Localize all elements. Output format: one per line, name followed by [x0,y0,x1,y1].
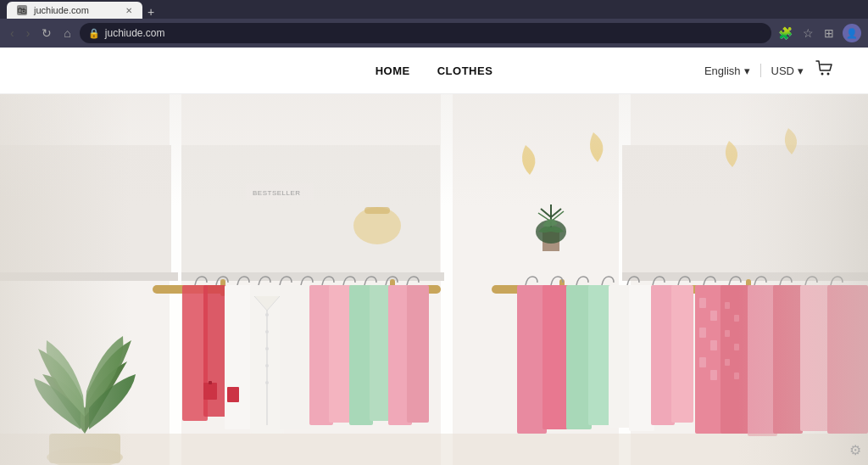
reload-button[interactable]: ↻ [38,25,55,42]
address-text: juchiude.com [105,27,165,39]
active-tab[interactable]: 🛍 juchiude.com ✕ [7,2,142,19]
svg-point-1 [827,73,830,76]
back-button[interactable]: ‹ [7,25,18,42]
address-bar[interactable]: 🔒 juchiude.com [80,23,771,43]
nav-right: English ▾ USD ▾ [492,60,834,81]
currency-selector[interactable]: USD ▾ [771,64,804,77]
home-nav-link[interactable]: HOME [376,64,410,77]
language-label: English [704,64,741,77]
tab-title: juchiude.com [34,5,89,15]
home-button[interactable]: ⌂ [60,25,74,42]
svg-point-0 [821,73,824,76]
bookmark-icon[interactable]: ⊞ [822,25,836,42]
hero-image: BESTSELLER [0,94,868,465]
browser-tabs: 🛍 juchiude.com ✕ + [7,0,154,19]
lock-icon: 🔒 [88,28,100,39]
new-tab-button[interactable]: + [147,5,154,19]
website: HOME CLOTHES English ▾ USD ▾ [0,48,868,465]
settings-icon[interactable]: ⚙ [849,442,861,458]
profile-icon[interactable]: 👤 [843,24,861,42]
forward-button[interactable]: › [23,25,34,42]
cart-icon[interactable] [815,60,834,81]
browser-titlebar: 🛍 juchiude.com ✕ + [0,0,868,19]
tab-favicon: 🛍 [17,5,27,15]
language-selector[interactable]: English ▾ [704,64,750,77]
star-icon[interactable]: ☆ [801,25,815,42]
clothes-nav-link[interactable]: CLOTHES [437,64,493,77]
nav-divider [760,64,761,77]
tab-close-button[interactable]: ✕ [125,6,132,15]
address-bar-row: ‹ › ↻ ⌂ 🔒 juchiude.com 🧩 ☆ ⊞ 👤 [0,19,868,48]
extensions-icon[interactable]: 🧩 [776,25,794,42]
nav-center: HOME CLOTHES [376,64,493,77]
currency-caret: ▾ [798,64,804,77]
hero-section: BESTSELLER [0,94,868,465]
language-caret: ▾ [744,64,750,77]
browser-toolbar-icons: 🧩 ☆ ⊞ 👤 [776,24,861,42]
svg-rect-84 [0,94,868,465]
site-navigation: HOME CLOTHES English ▾ USD ▾ [0,48,868,94]
currency-label: USD [771,64,794,77]
